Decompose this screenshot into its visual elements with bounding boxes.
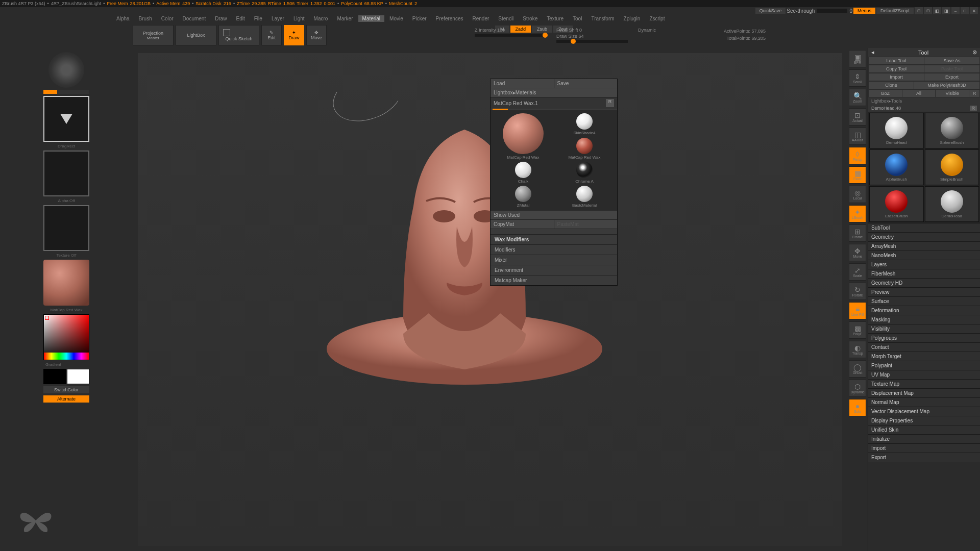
minimize-icon[interactable]: – bbox=[951, 7, 960, 14]
menu-item-stroke[interactable]: Stroke bbox=[519, 15, 542, 22]
mat-save-button[interactable]: Save bbox=[554, 79, 618, 88]
lightbox-button[interactable]: LightBox bbox=[176, 25, 216, 45]
mat-cell-chrome[interactable]: Chrome A bbox=[555, 162, 614, 184]
paste-tool-button[interactable]: Paste Tool bbox=[924, 65, 979, 72]
mat-cell-red2[interactable]: MatCap Red Wax bbox=[555, 138, 614, 160]
accordion-arraymesh[interactable]: ArrayMesh bbox=[868, 241, 980, 251]
quick-scale-button[interactable]: ⤢Scale bbox=[849, 263, 866, 281]
show-used-button[interactable]: Show Used bbox=[491, 211, 617, 219]
accordion-export[interactable]: Export bbox=[868, 453, 980, 462]
accordion-deformation[interactable]: Deformation bbox=[868, 306, 980, 315]
tool-cell-demohead[interactable]: DemoHead bbox=[869, 113, 924, 148]
mat-cell-basic[interactable]: BasicMaterial bbox=[555, 186, 614, 208]
mat-section-modifiers[interactable]: Modifiers bbox=[491, 244, 617, 255]
window-icon-1[interactable]: ⊞ bbox=[915, 7, 923, 14]
quick-zoom-button[interactable]: 🔍Zoom bbox=[849, 89, 866, 106]
accordion-uv-map[interactable]: UV Map bbox=[868, 370, 980, 379]
import-button[interactable]: Import bbox=[869, 73, 924, 81]
texture-thumb[interactable] bbox=[43, 205, 89, 251]
accordion-fibermesh[interactable]: FiberMesh bbox=[868, 269, 980, 278]
quick-actual-button[interactable]: ⊡Actual bbox=[849, 108, 866, 126]
goz-r-button[interactable]: R bbox=[969, 90, 979, 97]
accordion-surface[interactable]: Surface bbox=[868, 296, 980, 306]
draw-size-slider[interactable] bbox=[556, 40, 628, 43]
accordion-layers[interactable]: Layers bbox=[868, 260, 980, 269]
quicksave-button[interactable]: QuickSave bbox=[755, 8, 786, 14]
maximize-icon[interactable]: □ bbox=[961, 7, 969, 14]
tool-cell-demohead[interactable]: DemoHead bbox=[925, 186, 979, 222]
accordion-masking[interactable]: Masking bbox=[868, 315, 980, 324]
copy-tool-button[interactable]: Copy Tool bbox=[869, 65, 924, 72]
quick-floor-button[interactable]: ▦Floor bbox=[849, 166, 866, 184]
menu-item-preferences[interactable]: Preferences bbox=[432, 15, 468, 22]
accordion-nanomesh[interactable]: NanoMesh bbox=[868, 251, 980, 260]
save-as-button[interactable]: Save As bbox=[924, 57, 979, 64]
quick-sketch-button[interactable]: Quick Sketch bbox=[218, 25, 259, 45]
menu-item-macro[interactable]: Macro bbox=[310, 15, 332, 22]
brush-preview[interactable] bbox=[48, 52, 84, 88]
mat-section-wax-modifiers[interactable]: Wax Modifiers bbox=[491, 234, 617, 244]
mat-cell-skin[interactable]: SkinShade4 bbox=[555, 113, 614, 136]
hue-strip[interactable] bbox=[44, 353, 89, 360]
lightbox-tools-button[interactable]: Lightbox▸Tools bbox=[868, 97, 980, 105]
mat-load-button[interactable]: Load bbox=[491, 79, 554, 88]
accordion-unified-skin[interactable]: Unified Skin bbox=[868, 425, 980, 434]
accordion-polygroups[interactable]: Polygroups bbox=[868, 333, 980, 342]
quick-ghost-button[interactable]: ◯Ghost bbox=[849, 360, 866, 378]
see-through-slider[interactable] bbox=[817, 9, 847, 13]
close-icon[interactable]: ✕ bbox=[970, 7, 978, 14]
menu-item-color[interactable]: Color bbox=[157, 15, 178, 22]
accordion-import[interactable]: Import bbox=[868, 443, 980, 453]
quick-solo-button[interactable]: ●Solo bbox=[849, 399, 866, 416]
goz-visible-button[interactable]: Visible bbox=[936, 90, 969, 97]
quick-frame-button[interactable]: ⊞Frame bbox=[849, 224, 866, 242]
accordion-geometry[interactable]: Geometry bbox=[868, 232, 980, 241]
accordion-visibility[interactable]: Visibility bbox=[868, 324, 980, 333]
quick-persp-button[interactable]: ◊Persp bbox=[849, 147, 866, 164]
menu-item-texture[interactable]: Texture bbox=[543, 15, 568, 22]
accordion-preview[interactable]: Preview bbox=[868, 287, 980, 296]
menus-button[interactable]: Menus bbox=[853, 8, 875, 14]
quick-bpr-button[interactable]: ▣BPR bbox=[849, 50, 866, 67]
menu-item-material[interactable]: Material bbox=[358, 15, 385, 22]
quick-move-button[interactable]: ✥Move bbox=[849, 244, 866, 261]
mat-section-matcap-maker[interactable]: Matcap Maker bbox=[491, 275, 617, 285]
quick-scroll-button[interactable]: ⇕Scroll bbox=[849, 69, 866, 87]
clone-button[interactable]: Clone bbox=[869, 82, 914, 89]
accordion-subtool[interactable]: SubTool bbox=[868, 223, 980, 232]
window-icon-4[interactable]: ◨ bbox=[942, 7, 950, 14]
export-button[interactable]: Export bbox=[924, 73, 979, 81]
quick-local-button[interactable]: ◎Local bbox=[849, 186, 866, 203]
default-script-button[interactable]: DefaultZScript bbox=[876, 8, 914, 14]
quick-lbrush-button[interactable]: ✦LBrush bbox=[849, 205, 866, 222]
color-picker[interactable] bbox=[43, 314, 89, 360]
menu-item-stencil[interactable]: Stencil bbox=[494, 15, 518, 22]
mat-cell-redwax[interactable]: MatCap Red Wax bbox=[494, 113, 553, 160]
make-polymesh-button[interactable]: Make PolyMesh3D bbox=[914, 82, 979, 89]
menu-item-marker[interactable]: Marker bbox=[333, 15, 357, 22]
accordion-display-properties[interactable]: Display Properties bbox=[868, 416, 980, 425]
see-through-control[interactable]: See-through 0 bbox=[787, 8, 852, 14]
edit-button[interactable]: ✎Edit bbox=[261, 25, 282, 45]
window-icon-3[interactable]: ◧ bbox=[933, 7, 941, 14]
mat-cell-zmetal[interactable]: ZMetal bbox=[494, 186, 553, 208]
mat-r-button[interactable]: R bbox=[606, 99, 614, 107]
menu-item-zscript[interactable]: Zscript bbox=[645, 15, 669, 22]
accordion-contact[interactable]: Contact bbox=[868, 342, 980, 352]
tool-cell-eraserbrush[interactable]: EraserBrush bbox=[869, 186, 924, 222]
copymat-button[interactable]: CopyMat bbox=[491, 220, 554, 229]
load-tool-button[interactable]: Load Tool bbox=[869, 57, 924, 64]
active-tool-r[interactable]: R bbox=[970, 106, 977, 111]
tool-panel-title[interactable]: ◂Tool⊗ bbox=[868, 48, 980, 57]
menu-item-zplugin[interactable]: Zplugin bbox=[620, 15, 645, 22]
accordion-displacement-map[interactable]: Displacement Map bbox=[868, 388, 980, 397]
accordion-normal-map[interactable]: Normal Map bbox=[868, 397, 980, 407]
quick-rotate-button[interactable]: ↻Rotate bbox=[849, 283, 866, 300]
quick-line-fill-button[interactable]: ≡Line Fill bbox=[849, 302, 866, 319]
material-thumb[interactable] bbox=[43, 260, 89, 306]
menu-item-edit[interactable]: Edit bbox=[232, 15, 249, 22]
accordion-texture-map[interactable]: Texture Map bbox=[868, 379, 980, 388]
z-intensity-slider[interactable] bbox=[475, 34, 546, 37]
goz-button[interactable]: GoZ bbox=[869, 90, 902, 97]
quick-polyf-button[interactable]: ▩PolyF bbox=[849, 321, 866, 339]
